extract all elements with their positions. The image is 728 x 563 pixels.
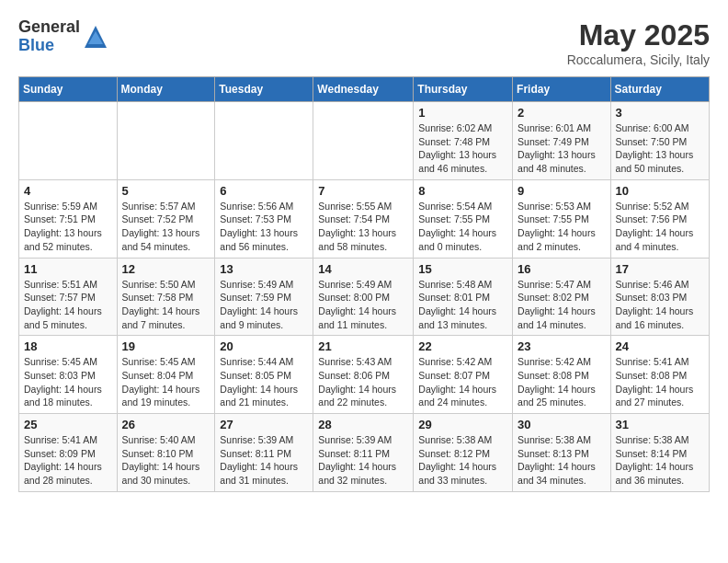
calendar-cell: 20Sunrise: 5:44 AMSunset: 8:05 PMDayligh… <box>215 336 313 414</box>
day-number: 18 <box>24 339 112 353</box>
day-info: Sunrise: 5:51 AMSunset: 7:57 PMDaylight:… <box>24 278 112 332</box>
day-info: Sunrise: 6:02 AMSunset: 7:48 PMDaylight:… <box>418 121 507 176</box>
calendar-cell: 8Sunrise: 5:54 AMSunset: 7:55 PMDaylight… <box>414 179 513 258</box>
day-info: Sunrise: 5:49 AMSunset: 7:59 PMDaylight:… <box>220 278 308 332</box>
day-number: 24 <box>616 339 704 353</box>
day-number: 22 <box>418 339 507 353</box>
day-number: 6 <box>220 184 308 198</box>
calendar-cell: 16Sunrise: 5:47 AMSunset: 8:02 PMDayligh… <box>513 258 611 336</box>
week-row-2: 4Sunrise: 5:59 AMSunset: 7:51 PMDaylight… <box>19 179 710 258</box>
title-block: May 2025 Roccalumera, Sicily, Italy <box>567 18 710 67</box>
calendar-cell: 18Sunrise: 5:45 AMSunset: 8:03 PMDayligh… <box>19 336 118 414</box>
day-info: Sunrise: 5:59 AMSunset: 7:51 PMDaylight:… <box>24 200 112 254</box>
day-number: 2 <box>518 106 606 120</box>
month-title: May 2025 <box>567 18 710 52</box>
day-number: 9 <box>518 184 606 198</box>
day-number: 7 <box>318 184 408 198</box>
calendar-cell: 4Sunrise: 5:59 AMSunset: 7:51 PMDaylight… <box>19 179 118 258</box>
day-header-saturday: Saturday <box>610 77 709 102</box>
calendar-cell <box>313 102 414 180</box>
day-info: Sunrise: 5:48 AMSunset: 8:01 PMDaylight:… <box>418 278 507 332</box>
calendar-cell: 14Sunrise: 5:49 AMSunset: 8:00 PMDayligh… <box>313 258 414 336</box>
calendar-cell: 1Sunrise: 6:02 AMSunset: 7:48 PMDaylight… <box>414 102 513 180</box>
day-number: 15 <box>418 262 507 276</box>
location: Roccalumera, Sicily, Italy <box>567 52 710 67</box>
day-info: Sunrise: 5:40 AMSunset: 8:10 PMDaylight:… <box>122 433 210 488</box>
logo-blue: Blue <box>18 37 80 55</box>
calendar-cell: 21Sunrise: 5:43 AMSunset: 8:06 PMDayligh… <box>313 336 414 414</box>
day-number: 13 <box>220 262 308 276</box>
calendar-cell: 28Sunrise: 5:39 AMSunset: 8:11 PMDayligh… <box>313 414 414 492</box>
day-info: Sunrise: 5:50 AMSunset: 7:58 PMDaylight:… <box>122 278 210 332</box>
day-info: Sunrise: 5:41 AMSunset: 8:08 PMDaylight:… <box>616 355 704 409</box>
day-number: 12 <box>122 262 210 276</box>
day-info: Sunrise: 5:57 AMSunset: 7:52 PMDaylight:… <box>122 200 210 254</box>
calendar-cell: 2Sunrise: 6:01 AMSunset: 7:49 PMDaylight… <box>513 102 611 180</box>
calendar-cell: 7Sunrise: 5:55 AMSunset: 7:54 PMDaylight… <box>313 179 414 258</box>
calendar-cell <box>117 102 215 180</box>
day-header-wednesday: Wednesday <box>313 77 414 102</box>
day-number: 31 <box>616 418 704 431</box>
day-number: 16 <box>518 262 606 276</box>
calendar-cell: 26Sunrise: 5:40 AMSunset: 8:10 PMDayligh… <box>117 414 215 492</box>
day-number: 25 <box>24 418 112 431</box>
day-info: Sunrise: 5:52 AMSunset: 7:56 PMDaylight:… <box>616 200 704 254</box>
calendar-cell: 9Sunrise: 5:53 AMSunset: 7:55 PMDaylight… <box>513 179 611 258</box>
day-number: 26 <box>122 418 210 431</box>
day-number: 29 <box>418 418 507 431</box>
day-header-thursday: Thursday <box>414 77 513 102</box>
calendar-table: SundayMondayTuesdayWednesdayThursdayFrid… <box>18 76 710 492</box>
day-number: 11 <box>24 262 112 276</box>
day-info: Sunrise: 5:38 AMSunset: 8:12 PMDaylight:… <box>418 433 507 488</box>
day-number: 30 <box>518 418 606 431</box>
day-info: Sunrise: 5:38 AMSunset: 8:14 PMDaylight:… <box>616 433 704 488</box>
day-number: 5 <box>122 184 210 198</box>
day-number: 4 <box>24 184 112 198</box>
logo: General Blue <box>18 18 108 55</box>
day-info: Sunrise: 5:39 AMSunset: 8:11 PMDaylight:… <box>220 433 308 488</box>
day-number: 14 <box>318 262 408 276</box>
calendar-cell: 15Sunrise: 5:48 AMSunset: 8:01 PMDayligh… <box>414 258 513 336</box>
week-row-1: 1Sunrise: 6:02 AMSunset: 7:48 PMDaylight… <box>19 102 710 180</box>
calendar-cell: 13Sunrise: 5:49 AMSunset: 7:59 PMDayligh… <box>215 258 313 336</box>
day-number: 20 <box>220 339 308 353</box>
day-info: Sunrise: 6:00 AMSunset: 7:50 PMDaylight:… <box>616 121 704 176</box>
day-info: Sunrise: 5:53 AMSunset: 7:55 PMDaylight:… <box>518 200 606 254</box>
day-info: Sunrise: 5:45 AMSunset: 8:04 PMDaylight:… <box>122 355 210 409</box>
calendar-cell: 30Sunrise: 5:38 AMSunset: 8:13 PMDayligh… <box>513 414 611 492</box>
day-header-sunday: Sunday <box>19 77 118 102</box>
calendar-cell: 29Sunrise: 5:38 AMSunset: 8:12 PMDayligh… <box>414 414 513 492</box>
day-info: Sunrise: 5:55 AMSunset: 7:54 PMDaylight:… <box>318 200 408 254</box>
day-number: 19 <box>122 339 210 353</box>
day-number: 8 <box>418 184 507 198</box>
calendar-cell <box>215 102 313 180</box>
day-header-friday: Friday <box>513 77 611 102</box>
day-info: Sunrise: 5:56 AMSunset: 7:53 PMDaylight:… <box>220 200 308 254</box>
day-info: Sunrise: 5:42 AMSunset: 8:08 PMDaylight:… <box>518 355 606 409</box>
day-header-monday: Monday <box>117 77 215 102</box>
day-info: Sunrise: 5:46 AMSunset: 8:03 PMDaylight:… <box>616 278 704 332</box>
calendar-cell: 24Sunrise: 5:41 AMSunset: 8:08 PMDayligh… <box>610 336 709 414</box>
day-info: Sunrise: 5:43 AMSunset: 8:06 PMDaylight:… <box>318 355 408 409</box>
day-number: 21 <box>318 339 408 353</box>
day-number: 10 <box>616 184 704 198</box>
calendar-cell: 5Sunrise: 5:57 AMSunset: 7:52 PMDaylight… <box>117 179 215 258</box>
day-number: 27 <box>220 418 308 431</box>
calendar-cell: 6Sunrise: 5:56 AMSunset: 7:53 PMDaylight… <box>215 179 313 258</box>
page-header: General Blue May 2025 Roccalumera, Sicil… <box>18 18 710 67</box>
day-number: 3 <box>616 106 704 120</box>
day-number: 23 <box>518 339 606 353</box>
calendar-cell: 11Sunrise: 5:51 AMSunset: 7:57 PMDayligh… <box>19 258 118 336</box>
logo-icon <box>83 24 108 50</box>
day-header-tuesday: Tuesday <box>215 77 313 102</box>
calendar-cell <box>19 102 118 180</box>
day-info: Sunrise: 5:54 AMSunset: 7:55 PMDaylight:… <box>418 200 507 254</box>
day-info: Sunrise: 6:01 AMSunset: 7:49 PMDaylight:… <box>518 121 606 176</box>
calendar-cell: 12Sunrise: 5:50 AMSunset: 7:58 PMDayligh… <box>117 258 215 336</box>
day-number: 17 <box>616 262 704 276</box>
calendar-cell: 27Sunrise: 5:39 AMSunset: 8:11 PMDayligh… <box>215 414 313 492</box>
week-row-4: 18Sunrise: 5:45 AMSunset: 8:03 PMDayligh… <box>19 336 710 414</box>
day-info: Sunrise: 5:45 AMSunset: 8:03 PMDaylight:… <box>24 355 112 409</box>
calendar-cell: 19Sunrise: 5:45 AMSunset: 8:04 PMDayligh… <box>117 336 215 414</box>
calendar-cell: 17Sunrise: 5:46 AMSunset: 8:03 PMDayligh… <box>610 258 709 336</box>
